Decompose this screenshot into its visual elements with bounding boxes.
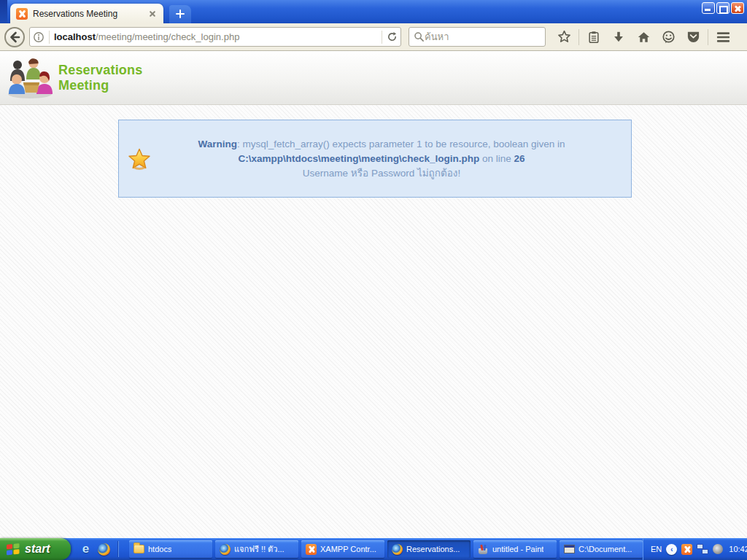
downloads-button[interactable]	[606, 26, 631, 48]
tab-close-icon[interactable]	[147, 9, 158, 19]
bookmark-star-button[interactable]	[551, 26, 576, 48]
divider	[708, 29, 708, 45]
hello-button[interactable]	[656, 26, 681, 48]
tray-collapse-icon[interactable]: ‹	[666, 544, 677, 555]
firefox-icon	[392, 544, 403, 555]
taskbar-item-paint[interactable]: untitled - Paint	[473, 540, 557, 558]
browser-navbar: localhost/meeting/meeting/check_login.ph…	[0, 23, 747, 51]
url-path: /meeting/meeting/check_login.php	[96, 31, 239, 42]
pocket-icon	[686, 30, 700, 44]
taskbar-item-xampp-control[interactable]: XAMPP Contr...	[301, 540, 384, 558]
taskbar-item-reservations[interactable]: Reservations...	[387, 540, 471, 558]
close-button[interactable]	[731, 2, 744, 14]
hamburger-icon	[716, 31, 730, 43]
bookmarks-menu-button[interactable]	[581, 26, 606, 48]
taskbar-item-htdocs[interactable]: htdocs	[129, 540, 212, 558]
warning-mid-text: : mysql_fetch_array() expects parameter …	[237, 139, 565, 149]
warning-message: Username หรือ Password ไม่ถูกต้อง!	[160, 166, 603, 181]
tab-title: Reservations Meeting	[33, 9, 142, 19]
start-button[interactable]: start	[0, 538, 71, 560]
warning-box: Warning: mysql_fetch_array() expects par…	[118, 120, 632, 198]
logo-line2: Meeting	[58, 78, 142, 93]
logo-line1: Reservations	[58, 63, 142, 78]
warning-file-path: C:\xampp\htdocs\meeting\meeting\check_lo…	[238, 153, 479, 164]
restore-button[interactable]	[716, 2, 729, 14]
taskbar: start e htdocs แจกฟรี !! ตัว... XAMPP Co…	[0, 538, 747, 560]
divider	[382, 31, 382, 44]
minimize-button[interactable]	[702, 2, 715, 14]
folder-icon	[133, 545, 144, 553]
divider	[49, 31, 50, 44]
home-button[interactable]	[631, 26, 656, 48]
address-bar[interactable]: localhost/meeting/meeting/check_login.ph…	[29, 27, 401, 47]
pocket-button[interactable]	[681, 26, 705, 48]
warning-main-line: Warning: mysql_fetch_array() expects par…	[160, 137, 603, 166]
divider	[117, 541, 119, 557]
divider	[578, 29, 579, 45]
language-indicator[interactable]: EN	[651, 545, 662, 553]
home-icon	[637, 31, 651, 44]
menu-button[interactable]	[711, 26, 735, 48]
paint-icon	[478, 545, 489, 554]
xampp-tray-icon[interactable]	[681, 544, 692, 555]
quick-launch: e	[71, 541, 126, 557]
window-controls	[702, 2, 744, 14]
search-bar[interactable]	[409, 27, 546, 47]
xampp-icon	[306, 544, 317, 555]
taskbar-item-firefox-page[interactable]: แจกฟรี !! ตัว...	[215, 540, 298, 558]
windows-flag-icon	[6, 542, 20, 556]
reload-icon[interactable]	[387, 31, 398, 42]
smiley-icon	[662, 30, 676, 44]
network-icon[interactable]	[697, 544, 708, 554]
back-button[interactable]	[4, 27, 25, 47]
back-arrow-icon	[9, 31, 20, 43]
site-header: Reservations Meeting	[0, 51, 747, 105]
desktop: Reservations Meeting localhost/meeting/m…	[0, 0, 747, 560]
clipboard-icon	[587, 31, 600, 44]
command-window-icon	[564, 545, 575, 553]
volume-icon[interactable]	[713, 544, 723, 554]
firefox-icon	[220, 544, 231, 555]
meeting-people-logo-icon	[4, 56, 55, 100]
system-tray: EN ‹ 10:42	[643, 538, 747, 560]
url-text[interactable]: localhost/meeting/meeting/check_login.ph…	[54, 31, 377, 42]
page-content: Warning: mysql_fetch_array() expects par…	[0, 105, 747, 538]
warning-label: Warning	[198, 139, 238, 149]
xampp-favicon-icon	[16, 8, 28, 20]
gold-star-icon	[128, 147, 151, 171]
new-tab-button[interactable]	[169, 5, 191, 23]
warning-text: Warning: mysql_fetch_array() expects par…	[160, 137, 603, 181]
browser-titlebar: Reservations Meeting	[0, 0, 747, 23]
url-host: localhost	[54, 31, 96, 42]
search-icon	[414, 31, 425, 42]
warning-online-text: on line	[479, 153, 514, 164]
star-icon	[557, 30, 571, 44]
firefox-icon[interactable]	[98, 543, 110, 556]
taskbar-item-documents[interactable]: C:\Document...	[560, 540, 643, 558]
start-label: start	[25, 542, 50, 556]
browser-tab[interactable]: Reservations Meeting	[10, 4, 163, 23]
site-logo-text: Reservations Meeting	[58, 63, 142, 93]
search-input[interactable]	[425, 31, 541, 42]
task-buttons: htdocs แจกฟรี !! ตัว... XAMPP Contr... R…	[129, 540, 643, 558]
download-arrow-icon	[612, 31, 625, 44]
clock[interactable]: 10:42	[729, 545, 747, 553]
info-icon[interactable]	[33, 31, 44, 43]
warning-line-number: 26	[514, 153, 525, 164]
warning-star-wrap	[119, 147, 160, 171]
internet-explorer-icon[interactable]: e	[80, 543, 92, 556]
